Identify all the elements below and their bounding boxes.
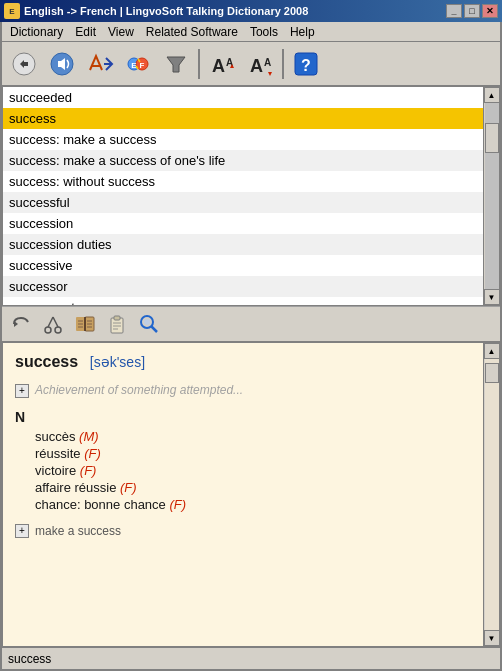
entry-phonetic: [sək'ses] [90,354,145,370]
title-bar-left: E English -> French | LingvoSoft Talking… [4,3,308,19]
def-scrollbar-thumb[interactable] [485,363,499,383]
expand-more-button[interactable]: + [15,524,29,538]
toolbar-separator-2 [282,49,284,79]
sound-button[interactable] [44,46,80,82]
undo-button[interactable] [6,310,36,338]
menu-dictionary[interactable]: Dictionary [4,23,69,41]
app-icon: E [4,3,20,19]
svg-line-21 [48,317,53,327]
gender-tag: (M) [79,429,99,444]
main-window: Dictionary Edit View Related Software To… [0,22,502,671]
word-list-container: succeeded success success: make a succes… [2,86,500,306]
scrollbar-thumb[interactable] [485,123,499,153]
gender-tag: (F) [169,497,186,512]
scrollbar-track[interactable] [485,103,499,289]
more-label: make a success [35,524,121,538]
translation-item-5: chance: bonne chance (F) [35,497,471,512]
french-word: réussite [35,446,84,461]
list-item[interactable]: succession duties [3,234,483,255]
list-item[interactable]: successive [3,255,483,276]
def-scroll-down[interactable]: ▼ [484,630,500,646]
title-bar: E English -> French | LingvoSoft Talking… [0,0,502,22]
gender-tag: (F) [80,463,97,478]
font-smaller-button[interactable]: A A [242,46,278,82]
scroll-down-arrow[interactable]: ▼ [484,289,500,305]
def-scroll-up[interactable]: ▲ [484,343,500,359]
svg-point-20 [55,327,61,333]
secondary-toolbar [2,306,500,342]
translation-item-3: victoire (F) [35,463,471,478]
copy-button[interactable] [70,310,100,338]
status-text: success [8,652,51,666]
help-button[interactable]: ? [288,46,324,82]
svg-text:F: F [140,61,145,70]
list-item[interactable]: successful [3,192,483,213]
menu-bar: Dictionary Edit View Related Software To… [2,22,500,42]
def-scrollbar-track[interactable] [485,359,499,630]
french-word: affaire réussie [35,480,120,495]
swap-button[interactable]: E F [120,46,156,82]
filter-button[interactable] [158,46,194,82]
word-list-scrollbar[interactable]: ▲ ▼ [483,87,499,305]
translate-button[interactable] [82,46,118,82]
svg-line-22 [53,317,58,327]
expand-button[interactable]: + [15,384,29,398]
list-item[interactable]: succeeded [3,87,483,108]
translation-item-2: réussite (F) [35,446,471,461]
svg-marker-9 [167,57,185,72]
list-item[interactable]: succession [3,213,483,234]
list-item[interactable]: success rate [3,297,483,305]
status-bar: success [2,647,500,669]
svg-text:?: ? [301,57,311,74]
definition-scrollbar[interactable]: ▲ ▼ [483,343,499,646]
svg-text:A: A [250,56,263,76]
search-button[interactable] [134,310,164,338]
menu-edit[interactable]: Edit [69,23,102,41]
close-button[interactable]: ✕ [482,4,498,18]
window-controls[interactable]: _ □ ✕ [446,4,498,18]
translation-item-4: affaire réussie (F) [35,480,471,495]
menu-related-software[interactable]: Related Software [140,23,244,41]
gender-tag: (F) [84,446,101,461]
menu-help[interactable]: Help [284,23,321,41]
svg-line-38 [152,327,158,333]
scroll-up-arrow[interactable]: ▲ [484,87,500,103]
gender-tag: (F) [120,480,137,495]
entry-word: success [15,353,78,370]
window-title: English -> French | LingvoSoft Talking D… [24,5,308,17]
translation-item-1: succès (M) [35,429,471,444]
back-button[interactable] [6,46,42,82]
cut-button[interactable] [38,310,68,338]
main-toolbar: E F A A A A [2,42,500,86]
more-row: + make a success [15,524,471,538]
menu-view[interactable]: View [102,23,140,41]
list-item[interactable]: success: without success [3,171,483,192]
part-of-speech: N [15,409,471,425]
svg-point-19 [45,327,51,333]
svg-text:E: E [9,7,15,16]
svg-text:E: E [131,61,137,70]
definition-container: success [sək'ses] + Achievement of somet… [2,342,500,647]
svg-text:A: A [264,57,271,68]
svg-point-39 [144,319,150,325]
svg-marker-18 [14,321,18,327]
french-word: chance: bonne chance [35,497,169,512]
list-item[interactable]: successor [3,276,483,297]
definition-hint: Achievement of something attempted... [35,383,243,397]
definition-content: success [sək'ses] + Achievement of somet… [3,343,483,646]
font-larger-button[interactable]: A A [204,46,240,82]
word-heading: success [sək'ses] [15,353,471,371]
toolbar-separator-1 [198,49,200,79]
svg-text:A: A [212,56,225,76]
word-list: succeeded success success: make a succes… [3,87,483,305]
french-word: succès [35,429,79,444]
minimize-button[interactable]: _ [446,4,462,18]
svg-rect-33 [114,316,120,320]
maximize-button[interactable]: □ [464,4,480,18]
list-item-selected[interactable]: success [3,108,483,129]
list-item[interactable]: success: make a success [3,129,483,150]
french-word: victoire [35,463,80,478]
list-item[interactable]: success: make a success of one's life [3,150,483,171]
menu-tools[interactable]: Tools [244,23,284,41]
paste-button[interactable] [102,310,132,338]
